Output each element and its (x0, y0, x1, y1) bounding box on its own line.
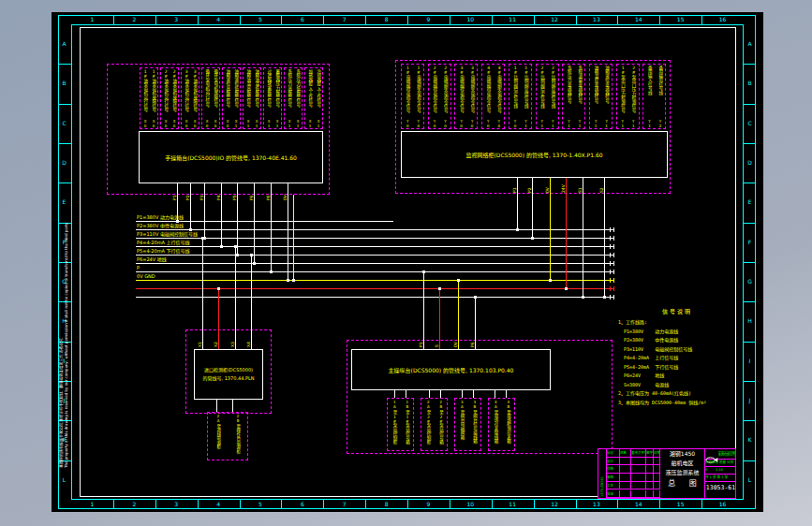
signal-label: 至1#泵站信号箱 (405, 410, 409, 450)
pin-codes: X07X08 (202, 119, 219, 129)
pin-codes: Y01Y02 (402, 119, 423, 129)
controller-box-text: 监视网络柜(DCS5000) 的管线号, 1370-1.40X.P1.60 (465, 151, 602, 159)
signal-label-box: 油箱油温高报警信号油箱油温低报警信号X11X12 (243, 67, 261, 129)
signal-label: 1#电磁阀失电指令信号 (416, 66, 421, 118)
bus-line-label: P3=110V 电磁阀控制信号线 (137, 231, 240, 237)
pin-label: S1 (578, 176, 583, 193)
signal-label: 油箱液位变送器信号 (604, 66, 609, 118)
title-line: 舶机电区 (660, 459, 704, 468)
ruler-tick (743, 223, 756, 224)
bus-terminator (613, 253, 614, 257)
pin-code: Y15 (594, 119, 598, 129)
bus-line-label: P (137, 265, 240, 270)
connection-node (422, 270, 425, 273)
ruler-tick (240, 500, 241, 509)
bus-terminator (610, 270, 611, 274)
signal-label: 1#泵出口压力检测信号 (620, 66, 625, 118)
ruler-column-number: 2 (113, 16, 155, 23)
ruler-row-letter: A (744, 24, 756, 64)
bus-line (136, 263, 613, 264)
revision-cell: 工艺 (607, 482, 620, 490)
inlet-detect-box: 进口检测柜(DCS5000)的管线号, 1370.44.PLN (194, 349, 263, 400)
pin-code: X04 (172, 119, 176, 129)
revision-cell (620, 474, 631, 482)
company-cell: 中国重型机械集团有限公司阶段标记 质量 比例S 1:10共 1 张 第 1 张1… (705, 449, 736, 498)
ruler-column-number: 11 (492, 16, 534, 23)
signal-label-box: 油箱液位高报警信号油箱液位低报警信号X09X10 (222, 67, 241, 129)
revision-cell (646, 474, 654, 482)
signal-labels: 至阀台电磁阀箱至阀台信号接线箱 (455, 410, 480, 450)
pin-code: X11 (246, 119, 250, 129)
pin-label: P2 (185, 183, 191, 200)
signal-label: 循环泵电机运行信号 (204, 69, 209, 118)
pin-code: X09 (226, 119, 229, 129)
cad-workspace[interactable]: 1122334455667788991010111112121313141415… (0, 0, 812, 526)
revision-cell (654, 458, 660, 466)
signal-label: 系统流量变送器信号 (577, 66, 582, 118)
bus-terminator (613, 278, 614, 283)
bus-line-label: P2=380V 中性电源线 (137, 223, 240, 228)
signal-labels: 至1#泵站控制柜至1#泵站信号箱 (388, 410, 413, 450)
wire-vertical (462, 390, 463, 398)
wire-vertical (216, 400, 217, 412)
ruler-tick (743, 183, 756, 183)
revision-cell: 校核 (607, 465, 620, 474)
signal-label: 过滤器堵塞报警信号 (266, 69, 271, 118)
bus-line (136, 255, 613, 256)
notes-line: 1、工作线路: (618, 318, 736, 328)
pin-label: X2 (214, 330, 219, 347)
revision-cell (620, 490, 631, 499)
pin-code: Y06 (470, 119, 474, 129)
signal-label-box: 至阀台电磁阀箱至阀台信号接线箱3A3B (454, 398, 481, 451)
pin-code: X02 (152, 119, 155, 129)
bus-line (136, 271, 613, 272)
pin-codes: 4A4B (489, 400, 514, 410)
ruler-column-number: 7 (323, 501, 365, 508)
pin-code: 2A (426, 400, 430, 410)
drawing-code-text: 1370.ZDY.61 (600, 450, 604, 497)
ruler-column-number: 14 (617, 16, 659, 23)
ruler-tick (743, 143, 756, 144)
wire-vertical (429, 390, 430, 398)
signal-label: 2#泵出口压力检测信号 (631, 66, 636, 118)
pin-code: Y14 (577, 119, 581, 129)
pin-code: X16 (296, 119, 300, 129)
ruler-tick (659, 500, 660, 509)
ruler-tick (58, 64, 71, 65)
bus-terminator (613, 227, 614, 232)
connection-node (220, 245, 223, 248)
signal-labels: 油箱温度变送器信号油箱液位变送器信号 (590, 66, 612, 118)
signal-label: 至现场检测仪表箱 (506, 410, 510, 450)
bus-line-label: 0V GND (137, 273, 240, 279)
ruler-row-letter: D (744, 143, 756, 183)
ruler-column-number: 13 (576, 16, 618, 23)
connection-node (438, 287, 441, 290)
signal-labels: 2#电磁阀得电指令信号2#电磁阀失电指令信号 (429, 66, 450, 118)
pin-label: P6 (249, 183, 255, 200)
bus-terminator (610, 261, 611, 266)
title-line: 液压监测系统 (660, 468, 704, 477)
signal-label: 至2#泵站控制柜 (426, 410, 431, 450)
signal-labels: 1#比例阀给定信号线1#比例阀反馈信号线 (509, 66, 531, 118)
main-console-box: 主操纵台(DCS5000) 的管线号, 1370.103.P0.40 (351, 349, 551, 390)
signal-labels: 3#电磁阀得电指令信号3#电磁阀失电指令信号 (455, 66, 477, 118)
ruler-column-number: 13 (576, 501, 618, 508)
stage-values: S 1:10 (705, 467, 736, 475)
signal-labels: 4#电磁阀得电指令信号4#电磁阀失电指令信号 (482, 66, 504, 118)
signal-label: 备用输出信号线 (657, 66, 662, 118)
pin-label: X3 (230, 330, 236, 347)
ruler-row-letter: I (744, 342, 756, 381)
pin-label: X1 (198, 330, 203, 347)
signal-label-box: 4#电磁阀得电指令信号4#电磁阀失电指令信号Y07Y08 (481, 64, 505, 129)
ruler-tick (743, 262, 756, 263)
ruler-column-number: 3 (155, 501, 198, 508)
ruler-tick (198, 500, 199, 509)
signal-label: 3#电磁阀失电指令信号 (469, 66, 474, 118)
wire-vertical (550, 178, 551, 280)
signal-label-box: 加热器投入工作信号冷却器投入工作信号X17X18 (304, 67, 323, 129)
signal-labels: 过滤器堵塞报警信号蓄能器压力报警信号 (264, 69, 281, 118)
ruler-tick (450, 500, 450, 509)
signal-label-box: 2#电磁阀得电指令信号2#电磁阀失电指令信号Y03Y04 (428, 64, 451, 129)
title-block: 1370.ZDY.61标记处数更改文件号签字日期设计校核审核工艺批准湘钢1450… (598, 448, 736, 499)
ruler-tick (743, 420, 756, 421)
